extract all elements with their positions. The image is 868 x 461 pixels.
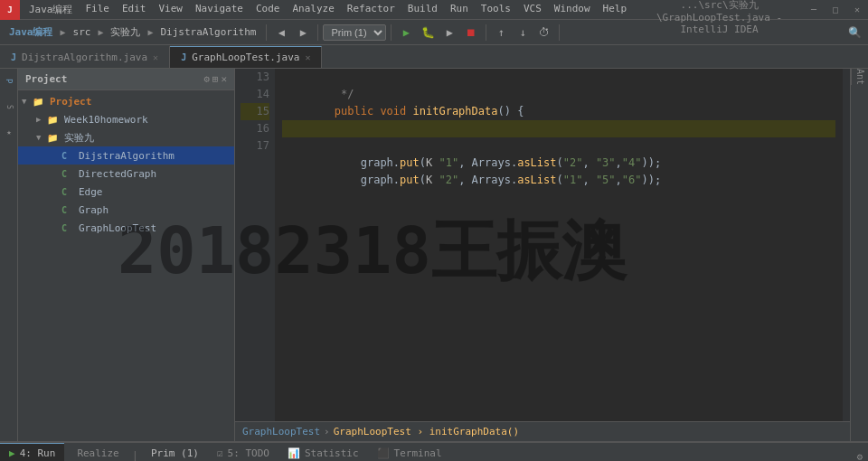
breadcrumb-method[interactable]: GraphLoopTest › initGraphData(): [334, 426, 519, 437]
gear-icon[interactable]: ⚙: [856, 451, 863, 461]
project-tree: ▼ 📁 Project ▶ 📁 Week10homework ▼ 📁 实验九 C: [18, 90, 234, 441]
structure-icon[interactable]: S: [0, 94, 18, 119]
tree-item-project[interactable]: ▼ 📁 Project: [18, 92, 234, 110]
breadcrumb-sep: ›: [324, 426, 330, 437]
code-lines[interactable]: */ public void initGraphData() { graph.p…: [275, 69, 843, 421]
tree-item-graph[interactable]: C Graph: [18, 201, 234, 219]
menu-file[interactable]: File: [80, 1, 116, 18]
search-everywhere-btn[interactable]: 🔍: [844, 23, 864, 42]
menu-tools[interactable]: Tools: [476, 1, 516, 18]
close-button[interactable]: ✕: [846, 0, 868, 20]
menu-build[interactable]: Build: [402, 1, 443, 18]
toolbar-right: 🔍: [844, 23, 864, 42]
tree-item-edge[interactable]: C Edge: [18, 183, 234, 201]
dijstra-class-icon: C: [61, 151, 76, 161]
toolbar-exp-label: 实验九: [105, 25, 146, 39]
toolbar-back-btn[interactable]: ◀: [271, 23, 291, 42]
toolbar-sep2: [317, 24, 318, 41]
run-coverage-btn[interactable]: ▶: [439, 23, 459, 42]
tree-item-week10[interactable]: ▶ 📁 Week10homework: [18, 110, 234, 128]
prim-run-label: Prim (1): [151, 447, 199, 459]
toolbar-project-label: Java编程: [4, 25, 59, 39]
menu-help[interactable]: Help: [598, 1, 633, 18]
toolbar-forward-btn[interactable]: ▶: [293, 23, 313, 42]
prim-run-indicator[interactable]: Prim (1): [142, 443, 208, 461]
maximize-button[interactable]: □: [825, 0, 846, 20]
graph-class-icon: C: [61, 205, 76, 215]
toolbar-sep3: [391, 24, 392, 41]
tree-item-dijstra[interactable]: C DijstraAlgorithm: [18, 146, 234, 165]
prim-dropdown[interactable]: Prim (1): [323, 24, 386, 41]
vcs-history-btn[interactable]: ⏱: [534, 23, 554, 42]
exp9-arrow: ▼: [36, 133, 47, 142]
stop-btn[interactable]: ⏹: [461, 23, 481, 42]
week10-folder-icon: 📁: [47, 115, 61, 125]
minimize-button[interactable]: ─: [803, 0, 825, 20]
menu-refactor[interactable]: Refactor: [342, 1, 401, 18]
todo-tab[interactable]: ☑ 5: TODO: [208, 443, 278, 461]
left-sidebar-icons: P S ★: [0, 69, 18, 441]
tab-graphloop-icon: J: [181, 52, 186, 62]
project-panel-title: Project: [25, 73, 67, 85]
gutter-right: [843, 69, 850, 421]
menu-run[interactable]: Run: [445, 1, 474, 18]
menu-window[interactable]: Window: [549, 1, 596, 18]
project-icon[interactable]: P: [0, 69, 18, 94]
vcs-btn[interactable]: ↑: [491, 23, 511, 42]
tree-item-directedgraph[interactable]: C DirectedGraph: [18, 165, 234, 183]
statistic-tab[interactable]: 📊 Statistic: [278, 443, 368, 461]
statistic-icon: 📊: [288, 447, 300, 459]
breadcrumb-bar: GraphLoopTest › GraphLoopTest › initGrap…: [235, 421, 850, 441]
tab-dijstra-label: DijstraAlgorithm.java: [22, 52, 147, 63]
debug-btn[interactable]: 🐛: [418, 23, 438, 42]
run-btn[interactable]: ▶: [396, 23, 416, 42]
statistic-label: Statistic: [305, 447, 359, 459]
tab-dijstra-icon: J: [11, 52, 16, 62]
toolbar-arrow1: ▶: [61, 27, 66, 37]
run-tab[interactable]: ▶ 4: Run: [0, 443, 64, 461]
panel-tools: ⚙ ⊞ ✕: [203, 73, 227, 85]
menu-analyze[interactable]: Analyze: [287, 1, 339, 18]
panel-tool-sync[interactable]: ⚙: [203, 73, 210, 85]
bottom-tab-bar: ▶ 4: Run Realize | Prim (1) ☑ 5: TODO 📊 …: [0, 443, 868, 461]
run-tab-label: 4: Run: [20, 447, 56, 459]
terminal-tab[interactable]: ⬛ Terminal: [368, 443, 451, 461]
tab-graphlooptest[interactable]: J GraphLoopTest.java ✕: [170, 46, 322, 68]
tab-dijstra[interactable]: J DijstraAlgorithm.java ✕: [0, 46, 170, 68]
menu-view[interactable]: View: [154, 1, 189, 18]
tab-dijstra-close[interactable]: ✕: [153, 52, 158, 62]
line-num-16: 16: [241, 120, 269, 137]
line-num-17: 17: [241, 137, 269, 155]
line-numbers: 13 14 15 16 17: [235, 69, 275, 421]
menu-code[interactable]: Code: [250, 1, 286, 18]
toolbar-arrow3: ▶: [147, 27, 153, 37]
menu-vcs[interactable]: VCS: [518, 1, 547, 18]
ant-panel[interactable]: Ant: [851, 69, 868, 85]
todo-label: 5: TODO: [228, 447, 269, 459]
app-window: 20182318王振澳 J Java编程 File Edit View Navi…: [0, 0, 868, 461]
line-num-14: 14: [241, 86, 269, 103]
main-content: P S ★ Project ⚙ ⊞ ✕ ▼ 📁 Project: [0, 69, 868, 441]
code-editor[interactable]: 13 14 15 16 17 */ public void initGraphD…: [235, 69, 850, 441]
edge-label: Edge: [79, 186, 103, 198]
dg-label: DirectedGraph: [79, 168, 156, 180]
panel-tool-expand[interactable]: ⊞: [212, 73, 219, 85]
favorites-icon[interactable]: ★: [0, 119, 18, 145]
glt-class-icon: C: [61, 223, 76, 233]
menu-java[interactable]: Java编程: [24, 1, 79, 18]
menu-navigate[interactable]: Navigate: [190, 1, 249, 18]
bottom-panel: ▶ 4: Run Realize | Prim (1) ☑ 5: TODO 📊 …: [0, 441, 868, 461]
app-logo: J: [0, 0, 20, 20]
breadcrumb-class[interactable]: GraphLoopTest: [242, 426, 320, 437]
tab-graphloop-close[interactable]: ✕: [305, 52, 310, 62]
vcs-update-btn[interactable]: ↓: [513, 23, 533, 42]
line-num-15: 15: [241, 103, 269, 120]
line-num-13: 13: [241, 69, 269, 86]
project-folder-icon: 📁: [33, 97, 47, 107]
menubar-items: Java编程 File Edit View Navigate Code Anal…: [20, 1, 636, 18]
tree-item-graphlooptest[interactable]: C GraphLoopTest: [18, 219, 234, 237]
menu-edit[interactable]: Edit: [117, 1, 152, 18]
panel-tool-close[interactable]: ✕: [221, 73, 227, 85]
realize-tab[interactable]: Realize: [68, 443, 127, 461]
tree-item-exp9[interactable]: ▼ 📁 实验九: [18, 128, 234, 146]
